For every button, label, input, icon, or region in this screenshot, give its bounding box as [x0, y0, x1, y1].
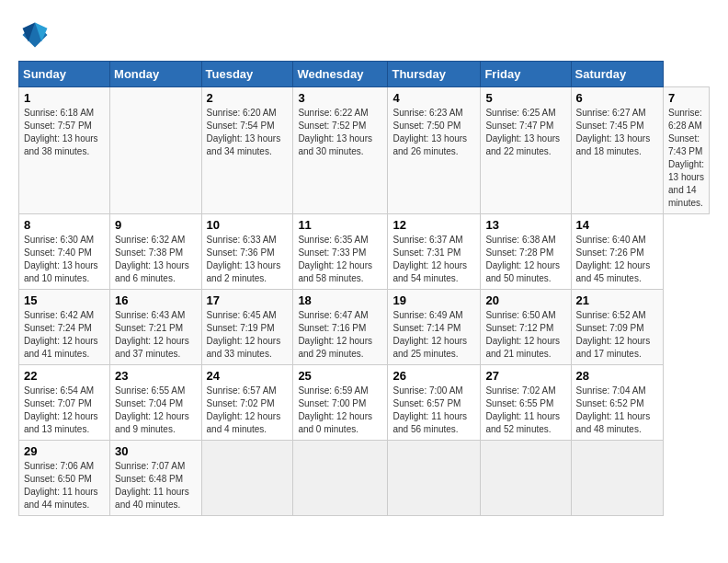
- calendar-day-6: 6Sunrise: 6:27 AM Sunset: 7:45 PM Daylig…: [571, 87, 663, 214]
- calendar-empty: [201, 441, 293, 516]
- calendar-day-23: 23Sunrise: 6:55 AM Sunset: 7:04 PM Dayli…: [110, 365, 201, 441]
- logo: [18, 18, 57, 52]
- calendar-day-13: 13Sunrise: 6:38 AM Sunset: 7:28 PM Dayli…: [481, 214, 571, 290]
- calendar-day-16: 16Sunrise: 6:43 AM Sunset: 7:21 PM Dayli…: [110, 290, 201, 365]
- calendar-empty: [571, 441, 663, 516]
- calendar-day-19: 19Sunrise: 6:49 AM Sunset: 7:14 PM Dayli…: [388, 290, 481, 365]
- calendar-day-27: 27Sunrise: 7:02 AM Sunset: 6:55 PM Dayli…: [481, 365, 571, 441]
- calendar-day-9: 9Sunrise: 6:32 AM Sunset: 7:38 PM Daylig…: [110, 214, 201, 290]
- logo-icon: [18, 18, 51, 52]
- calendar-day-3: 3Sunrise: 6:22 AM Sunset: 7:52 PM Daylig…: [293, 87, 388, 214]
- weekday-header-saturday: Saturday: [571, 62, 663, 87]
- calendar-day-28: 28Sunrise: 7:04 AM Sunset: 6:52 PM Dayli…: [571, 365, 663, 441]
- weekday-header-monday: Monday: [110, 62, 201, 87]
- week-row-5: 29Sunrise: 7:06 AM Sunset: 6:50 PM Dayli…: [19, 441, 710, 516]
- calendar-day-30: 30Sunrise: 7:07 AM Sunset: 6:48 PM Dayli…: [110, 441, 201, 516]
- calendar-day-17: 17Sunrise: 6:45 AM Sunset: 7:19 PM Dayli…: [201, 290, 293, 365]
- week-row-3: 15Sunrise: 6:42 AM Sunset: 7:24 PM Dayli…: [19, 290, 710, 365]
- calendar-day-14: 14Sunrise: 6:40 AM Sunset: 7:26 PM Dayli…: [571, 214, 663, 290]
- weekday-header-friday: Friday: [481, 62, 571, 87]
- calendar-day-11: 11Sunrise: 6:35 AM Sunset: 7:33 PM Dayli…: [293, 214, 388, 290]
- calendar-day-5: 5Sunrise: 6:25 AM Sunset: 7:47 PM Daylig…: [481, 87, 571, 214]
- calendar-empty: [293, 441, 388, 516]
- week-row-1: 1Sunrise: 6:18 AM Sunset: 7:57 PM Daylig…: [19, 87, 710, 214]
- calendar-day-20: 20Sunrise: 6:50 AM Sunset: 7:12 PM Dayli…: [481, 290, 571, 365]
- calendar-day-18: 18Sunrise: 6:47 AM Sunset: 7:16 PM Dayli…: [293, 290, 388, 365]
- calendar-day-10: 10Sunrise: 6:33 AM Sunset: 7:36 PM Dayli…: [201, 214, 293, 290]
- calendar-day-26: 26Sunrise: 7:00 AM Sunset: 6:57 PM Dayli…: [388, 365, 481, 441]
- calendar-day-empty: [110, 87, 201, 214]
- calendar-empty: [388, 441, 481, 516]
- weekday-header-wednesday: Wednesday: [293, 62, 388, 87]
- calendar-day-12: 12Sunrise: 6:37 AM Sunset: 7:31 PM Dayli…: [388, 214, 481, 290]
- calendar-day-8: 8Sunrise: 6:30 AM Sunset: 7:40 PM Daylig…: [19, 214, 110, 290]
- page-header: [18, 18, 710, 52]
- weekday-header-thursday: Thursday: [388, 62, 481, 87]
- calendar-day-1: 1Sunrise: 6:18 AM Sunset: 7:57 PM Daylig…: [19, 87, 110, 214]
- calendar-day-22: 22Sunrise: 6:54 AM Sunset: 7:07 PM Dayli…: [19, 365, 110, 441]
- calendar-day-25: 25Sunrise: 6:59 AM Sunset: 7:00 PM Dayli…: [293, 365, 388, 441]
- calendar-day-7: 7Sunrise: 6:28 AM Sunset: 7:43 PM Daylig…: [664, 87, 710, 214]
- calendar-day-2: 2Sunrise: 6:20 AM Sunset: 7:54 PM Daylig…: [201, 87, 293, 214]
- calendar-table: SundayMondayTuesdayWednesdayThursdayFrid…: [18, 61, 710, 516]
- weekday-header-row: SundayMondayTuesdayWednesdayThursdayFrid…: [19, 62, 710, 87]
- calendar-day-29: 29Sunrise: 7:06 AM Sunset: 6:50 PM Dayli…: [19, 441, 110, 516]
- week-row-4: 22Sunrise: 6:54 AM Sunset: 7:07 PM Dayli…: [19, 365, 710, 441]
- calendar-day-24: 24Sunrise: 6:57 AM Sunset: 7:02 PM Dayli…: [201, 365, 293, 441]
- calendar-day-15: 15Sunrise: 6:42 AM Sunset: 7:24 PM Dayli…: [19, 290, 110, 365]
- calendar-day-4: 4Sunrise: 6:23 AM Sunset: 7:50 PM Daylig…: [388, 87, 481, 214]
- calendar-day-21: 21Sunrise: 6:52 AM Sunset: 7:09 PM Dayli…: [571, 290, 663, 365]
- week-row-2: 8Sunrise: 6:30 AM Sunset: 7:40 PM Daylig…: [19, 214, 710, 290]
- weekday-header-tuesday: Tuesday: [201, 62, 293, 87]
- calendar-empty: [481, 441, 571, 516]
- weekday-header-sunday: Sunday: [19, 62, 110, 87]
